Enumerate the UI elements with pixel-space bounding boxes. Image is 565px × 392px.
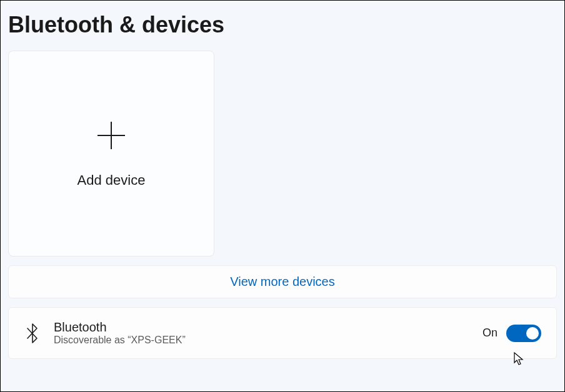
- add-device-card[interactable]: Add device: [8, 51, 214, 257]
- bluetooth-text-group: Bluetooth Discoverable as “XPS-GEEK”: [54, 320, 470, 346]
- bluetooth-toggle-group: On: [482, 325, 541, 342]
- add-device-label: Add device: [78, 172, 146, 189]
- toggle-knob: [526, 327, 539, 340]
- bluetooth-setting-row: Bluetooth Discoverable as “XPS-GEEK” On: [8, 307, 557, 359]
- bluetooth-toggle[interactable]: [506, 325, 541, 342]
- plus-icon: [95, 119, 128, 157]
- bluetooth-toggle-state-label: On: [482, 326, 498, 340]
- page-title: Bluetooth & devices: [8, 12, 557, 38]
- bluetooth-subtitle: Discoverable as “XPS-GEEK”: [54, 335, 470, 346]
- bluetooth-icon: [24, 322, 41, 345]
- view-more-devices-button[interactable]: View more devices: [8, 265, 557, 298]
- view-more-link-label: View more devices: [230, 275, 334, 288]
- bluetooth-title: Bluetooth: [54, 320, 470, 335]
